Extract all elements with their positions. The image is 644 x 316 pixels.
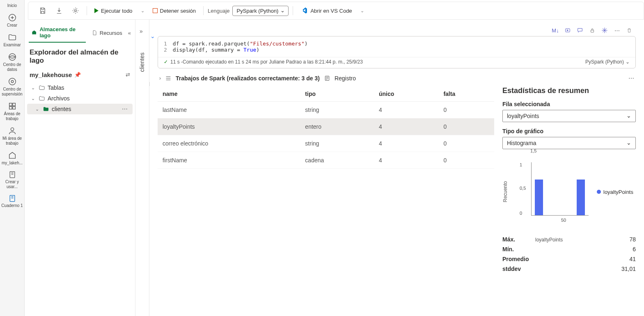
nav-cuaderno[interactable]: Cuaderno 1 xyxy=(0,192,24,211)
collapse-strip: » clientes xyxy=(135,20,149,316)
jobs-label[interactable]: Trabajos de Spark (realizados correctame… xyxy=(176,75,320,82)
tree: ⌄ Tablas ⌄ Archivos ⌄ clientes ⋯ xyxy=(25,81,135,116)
cell-toolbar: M↓ ⋯ xyxy=(158,25,636,36)
run-below-icon[interactable] xyxy=(564,26,572,34)
download-icon xyxy=(55,7,63,14)
svg-rect-10 xyxy=(10,196,15,202)
more-icon[interactable]: ⋯ xyxy=(613,26,621,34)
nav-areas-trabajo[interactable]: Áreas de trabajo xyxy=(0,99,24,124)
histogram-chart: 1,5 1 0,5 0 50 loyaltyPoints xyxy=(511,155,594,229)
tipo-grafico-select[interactable]: Histograma xyxy=(502,137,636,149)
table-row[interactable]: firstNamecadena40 xyxy=(158,152,494,169)
vscode-icon xyxy=(300,7,308,14)
summary-table: name tipo único falta lastNamestring40lo… xyxy=(158,86,494,274)
nav-centro-datos[interactable]: Centro de datos xyxy=(0,50,24,75)
lock-icon[interactable] xyxy=(588,26,596,34)
folder-icon xyxy=(8,33,17,42)
nav-crear-usar[interactable]: Crear y usar... xyxy=(0,168,24,192)
check-icon: ✓ xyxy=(164,59,168,65)
cell-index: 6] xyxy=(149,81,150,86)
onelake-icon xyxy=(8,52,17,61)
settings-button[interactable] xyxy=(69,5,83,16)
tab-almacenes[interactable]: Almacenes de lago xyxy=(29,23,86,43)
code-editor[interactable]: 12 df = spark.read.parquet("Files/custom… xyxy=(158,36,635,57)
legend-dot-icon xyxy=(597,190,601,194)
strip-label: clientes xyxy=(139,52,145,72)
download-button[interactable] xyxy=(52,5,66,16)
cell-status: ✓ 11 s -Comando ejecutado en 11 s 24 ms … xyxy=(158,57,635,68)
tree-tablas[interactable]: ⌄ Tablas xyxy=(25,82,135,93)
notebook-icon xyxy=(8,194,16,202)
folder-icon xyxy=(39,95,45,102)
table-row[interactable]: correo electrónicostring40 xyxy=(158,135,494,152)
nav-inicio[interactable]: Inicio xyxy=(0,1,24,11)
code-cell: 12 df = spark.read.parquet("Files/custom… xyxy=(158,36,636,68)
registro-link[interactable]: Registro xyxy=(335,75,356,82)
col-name: name xyxy=(158,86,300,102)
pin-icon[interactable]: 📌 xyxy=(74,72,81,78)
tree-clientes[interactable]: ⌄ clientes ⋯ xyxy=(27,104,133,114)
nav-centro-supervision[interactable]: Centro de supervisión xyxy=(0,75,24,99)
nav-my-lakehouse[interactable]: my_lakeh... xyxy=(0,148,24,168)
more-icon[interactable]: ⋯ xyxy=(122,106,129,112)
svg-point-1 xyxy=(9,54,16,61)
expand-jobs-icon[interactable]: › xyxy=(159,75,161,81)
col-falta: falta xyxy=(438,86,494,102)
plus-circle-icon xyxy=(8,13,17,22)
freeze-icon[interactable] xyxy=(600,26,609,34)
nav-mi-area[interactable]: Mi área de trabajo xyxy=(0,124,24,148)
svg-rect-6 xyxy=(9,107,11,109)
document-icon xyxy=(92,30,97,36)
lakehouse-name[interactable]: my_lakehouse xyxy=(30,71,72,78)
language-select[interactable]: PySpark (Python) xyxy=(232,6,289,16)
run-all-button[interactable]: Ejecutar todo xyxy=(91,6,136,16)
notebook-icon xyxy=(8,171,16,179)
tree-archivos[interactable]: ⌄ Archivos xyxy=(25,93,135,104)
sync-icon[interactable]: ⇄ xyxy=(126,72,130,78)
list-icon xyxy=(165,75,172,82)
svg-rect-13 xyxy=(591,30,594,32)
jobs-more-icon[interactable]: ⋯ xyxy=(628,75,634,82)
delete-icon[interactable] xyxy=(625,26,633,34)
collapse-tabs-icon[interactable]: « xyxy=(128,30,131,36)
svg-point-8 xyxy=(11,128,14,131)
svg-rect-7 xyxy=(12,107,15,109)
markdown-icon[interactable]: M↓ xyxy=(551,26,559,34)
stats-panel: Estadísticas de resumen Fila seleccionad… xyxy=(502,86,636,274)
gear-icon xyxy=(72,7,79,14)
notebook-area: ⌄ M↓ ⋯ 12 df = spa xyxy=(149,20,644,316)
tab-recursos[interactable]: Recursos xyxy=(89,27,125,39)
person-icon xyxy=(8,126,17,135)
stat-row: Máx.78 xyxy=(502,234,636,244)
table-row[interactable]: lastNamestring40 xyxy=(158,102,494,118)
save-button[interactable] xyxy=(36,5,50,16)
toolbar: Ejecutar todo ⌄ Detener sesión Lenguaje … xyxy=(28,2,644,20)
monitor-icon xyxy=(8,77,17,86)
table-row[interactable]: loyaltyPointsentero40 xyxy=(158,118,494,135)
fila-select[interactable]: loyaltyPoints xyxy=(502,110,636,122)
stat-row: Promedio41 xyxy=(502,254,636,264)
vscode-dropdown[interactable]: ⌄ xyxy=(358,8,367,14)
fila-label: Fila seleccionada xyxy=(502,101,636,107)
stop-session-button[interactable]: Detener sesión xyxy=(149,6,199,16)
chart-bar xyxy=(535,180,543,215)
x-axis-label: loyaltyPoints xyxy=(535,237,563,243)
nav-examinar[interactable]: Examinar xyxy=(0,30,24,50)
lakehouse-explorer: Almacenes de lago Recursos « Explorador … xyxy=(25,20,135,316)
stat-row: Mín.6 xyxy=(502,244,636,254)
chevron-down-icon: ⌄ xyxy=(31,85,36,91)
jobs-row: › Trabajos de Spark (realizados correcta… xyxy=(158,72,636,85)
svg-rect-5 xyxy=(12,103,15,106)
col-unico: único xyxy=(374,86,439,102)
run-all-dropdown[interactable]: ⌄ xyxy=(138,8,147,14)
nav-crear[interactable]: Crear xyxy=(0,11,24,30)
expand-icon[interactable]: » xyxy=(140,28,143,34)
folder-filled-icon xyxy=(43,106,49,112)
open-vscode-button[interactable]: Abrir en VS Code xyxy=(297,5,355,16)
comment-icon[interactable] xyxy=(576,26,584,34)
cell-lang-select[interactable]: PySpark (Python) ⌄ xyxy=(585,59,630,65)
collapse-cell-icon[interactable]: ⌄ xyxy=(150,33,155,39)
svg-rect-9 xyxy=(10,172,15,178)
svg-rect-4 xyxy=(9,103,11,106)
chart-bar xyxy=(577,180,585,215)
